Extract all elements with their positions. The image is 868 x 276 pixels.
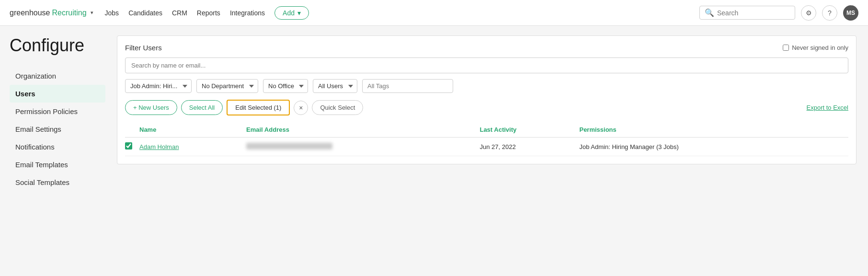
page-title: Configure xyxy=(10,35,105,56)
page-container: Configure Organization Users Permission … xyxy=(0,26,868,201)
settings-button[interactable]: ⚙ xyxy=(801,5,816,21)
user-type-select[interactable]: All Users xyxy=(313,79,357,93)
settings-icon: ⚙ xyxy=(806,9,812,17)
top-navigation: greenhouse Recruiting ▾ Jobs Candidates … xyxy=(0,0,868,26)
table-header-email: Email Address xyxy=(246,122,480,138)
row-last-activity-cell: Jun 27, 2022 xyxy=(480,138,579,156)
job-admin-select[interactable]: Job Admin: Hiri... xyxy=(125,79,192,93)
table-header-checkbox xyxy=(125,122,139,138)
clear-selection-button[interactable]: × xyxy=(294,101,308,115)
search-icon: 🔍 xyxy=(705,8,714,17)
edit-selected-button[interactable]: Edit Selected (1) xyxy=(227,100,290,115)
nav-link-candidates[interactable]: Candidates xyxy=(128,9,162,17)
search-box[interactable]: 🔍 xyxy=(699,6,795,20)
row-checkbox-cell[interactable] xyxy=(125,138,139,156)
table-row: Adam Holman Jun 27, 2022 Job Admin: Hiri… xyxy=(125,138,848,156)
nav-link-jobs[interactable]: Jobs xyxy=(105,9,119,17)
row-permissions-cell: Job Admin: Hiring Manager (3 Jobs) xyxy=(579,138,848,156)
nav-link-crm[interactable]: CRM xyxy=(172,9,187,17)
sidebar-item-email-settings[interactable]: Email Settings xyxy=(10,120,105,138)
sidebar-item-notifications[interactable]: Notifications xyxy=(10,138,105,156)
sidebar-nav: Organization Users Permission Policies E… xyxy=(10,67,105,191)
sidebar-item-social-templates[interactable]: Social Templates xyxy=(10,173,105,191)
nav-link-integrations[interactable]: Integrations xyxy=(230,9,265,17)
never-signed-label[interactable]: Never signed in only xyxy=(783,44,848,51)
sidebar-item-organization[interactable]: Organization xyxy=(10,67,105,85)
new-users-button[interactable]: + New Users xyxy=(125,100,177,115)
search-input[interactable] xyxy=(717,9,790,17)
user-name-link[interactable]: Adam Holman xyxy=(139,143,179,150)
nav-link-reports[interactable]: Reports xyxy=(197,9,220,17)
filter-dropdowns: Job Admin: Hiri... No Department No Offi… xyxy=(125,79,848,93)
table-body: Adam Holman Jun 27, 2022 Job Admin: Hiri… xyxy=(125,138,848,156)
filter-card: Filter Users Never signed in only Job Ad… xyxy=(117,35,857,164)
never-signed-checkbox[interactable] xyxy=(783,45,789,51)
quick-select-button[interactable]: Quick Select xyxy=(312,100,363,115)
avatar-initials: MS xyxy=(846,10,855,16)
sidebar-item-permission-policies[interactable]: Permission Policies xyxy=(10,103,105,120)
department-select[interactable]: No Department xyxy=(196,79,258,93)
export-excel-link[interactable]: Export to Excel xyxy=(807,104,848,111)
filter-title: Filter Users xyxy=(125,44,162,52)
nav-links: Jobs Candidates CRM Reports Integrations… xyxy=(105,6,688,20)
add-button[interactable]: Add ▾ xyxy=(274,6,309,20)
row-checkbox[interactable] xyxy=(125,142,132,150)
avatar-button[interactable]: MS xyxy=(843,5,858,21)
table-header-last-activity: Last Activity xyxy=(480,122,579,138)
table-header-permissions: Permissions xyxy=(579,122,848,138)
action-bar: + New Users Select All Edit Selected (1)… xyxy=(125,100,848,115)
filter-search-input[interactable] xyxy=(125,58,848,73)
filter-header: Filter Users Never signed in only xyxy=(125,44,848,52)
help-button[interactable]: ? xyxy=(822,5,837,21)
table-header: Name Email Address Last Activity Permiss… xyxy=(125,122,848,138)
users-table: Name Email Address Last Activity Permiss… xyxy=(125,122,848,156)
sidebar-item-email-templates[interactable]: Email Templates xyxy=(10,156,105,173)
sidebar-item-users[interactable]: Users xyxy=(10,85,105,103)
select-all-button[interactable]: Select All xyxy=(181,100,223,115)
row-name-cell: Adam Holman xyxy=(139,138,246,156)
main-content: Filter Users Never signed in only Job Ad… xyxy=(105,26,868,201)
office-select[interactable]: No Office xyxy=(263,79,308,93)
user-email-blurred xyxy=(246,143,332,150)
sidebar: Configure Organization Users Permission … xyxy=(0,26,105,201)
help-icon: ? xyxy=(828,9,832,17)
brand-logo[interactable]: greenhouse Recruiting ▾ xyxy=(10,9,93,17)
topnav-right: 🔍 ⚙ ? MS xyxy=(699,5,858,21)
table-header-name: Name xyxy=(139,122,246,138)
brand-chevron: ▾ xyxy=(91,10,93,16)
brand-name-black: greenhouse xyxy=(10,9,50,17)
row-email-cell xyxy=(246,138,480,156)
tags-input[interactable] xyxy=(362,79,453,93)
brand-name-green: Recruiting xyxy=(52,9,87,17)
